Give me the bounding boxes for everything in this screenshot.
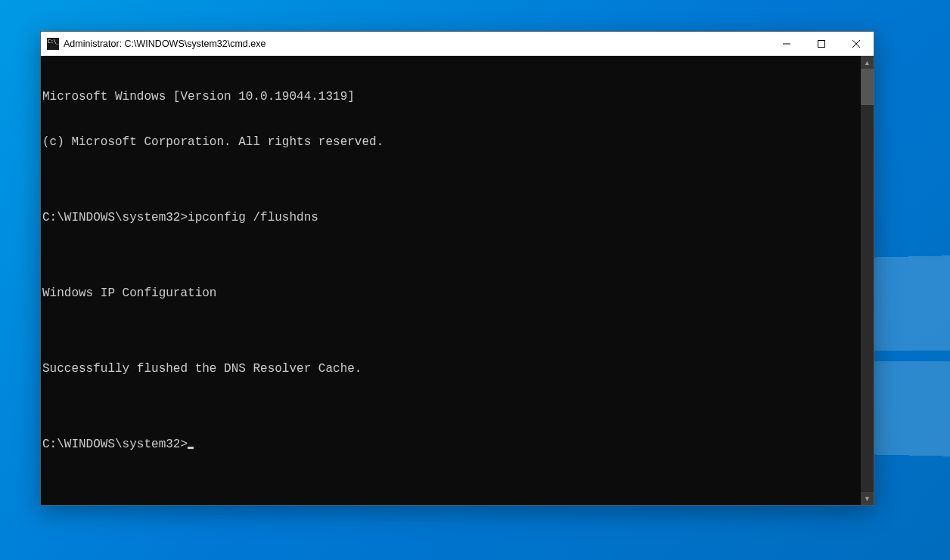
client-area: Microsoft Windows [Version 10.0.19044.13…: [41, 56, 874, 505]
minimize-icon: [783, 40, 790, 48]
console-prompt-line: C:\WINDOWS\system32>: [42, 437, 861, 452]
chevron-down-icon: ▼: [864, 495, 871, 503]
svg-rect-1: [818, 40, 825, 47]
scrollbar-thumb[interactable]: [861, 69, 874, 105]
console-line: (c) Microsoft Corporation. All rights re…: [42, 135, 861, 150]
titlebar[interactable]: Administrator: C:\WINDOWS\system32\cmd.e…: [41, 32, 874, 56]
chevron-up-icon: ▲: [864, 59, 871, 67]
console-line: Windows IP Configuration: [42, 286, 861, 301]
console-output[interactable]: Microsoft Windows [Version 10.0.19044.13…: [41, 56, 861, 505]
console-prompt: C:\WINDOWS\system32>: [42, 438, 188, 451]
text-cursor: [188, 447, 194, 449]
scroll-down-button[interactable]: ▼: [861, 492, 874, 505]
console-line: Microsoft Windows [Version 10.0.19044.13…: [42, 89, 861, 104]
cmd-window: Administrator: C:\WINDOWS\system32\cmd.e…: [40, 31, 874, 506]
maximize-button[interactable]: [804, 32, 839, 56]
scrollbar-track[interactable]: [861, 69, 874, 492]
close-icon: [852, 40, 860, 48]
vertical-scrollbar[interactable]: ▲ ▼: [861, 56, 874, 505]
cmd-icon: [47, 38, 59, 50]
console-line: Successfully flushed the DNS Resolver Ca…: [42, 361, 861, 376]
scroll-up-button[interactable]: ▲: [861, 56, 874, 69]
maximize-icon: [818, 40, 825, 48]
window-title: Administrator: C:\WINDOWS\system32\cmd.e…: [64, 39, 265, 49]
minimize-button[interactable]: [769, 32, 804, 56]
close-button[interactable]: [839, 32, 874, 56]
console-line: C:\WINDOWS\system32>ipconfig /flushdns: [42, 210, 861, 225]
